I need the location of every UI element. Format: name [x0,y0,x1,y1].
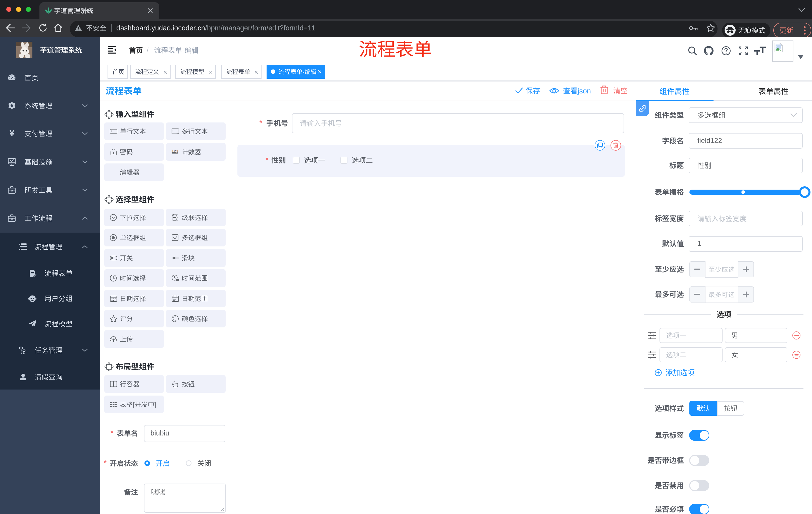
svg-text:123: 123 [172,149,178,154]
